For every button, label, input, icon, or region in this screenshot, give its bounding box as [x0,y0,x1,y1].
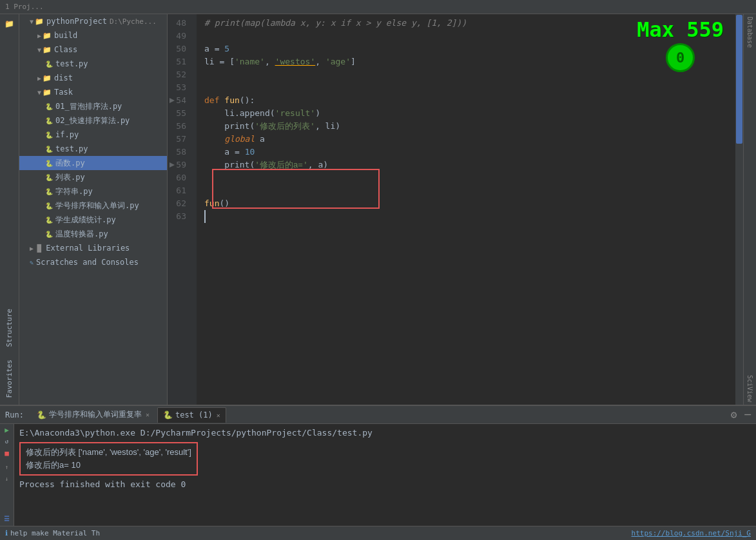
sidebar-item-label: Scratches and Consoles [36,258,139,267]
sidebar-item-02quick[interactable]: 🐍 02_快速排序算法.py [19,113,167,128]
func-name: fun [224,94,239,107]
sidebar-item-sort[interactable]: 🐍 学号排序和输入单词.py [19,198,167,213]
sidebar-item-01bubble[interactable]: 🐍 01_冒泡排序法.py [19,99,167,113]
line-num-50: 50 [168,43,191,55]
arrow-down-icon: ▼ [37,46,41,53]
sidebar-item-label: 学生成绩统计.py [55,215,116,226]
cursor [204,210,211,223]
sidebar-item-label: test.py [55,59,88,68]
line-num-57: 57 [168,133,191,146]
tab-close-icon[interactable]: ✕ [217,412,220,419]
bottom-panel: Run: 🐍 学号排序和输入单词重复率 ✕ 🐍 test (1) ✕ ⚙ ─ ▶… [0,405,756,540]
structure-label[interactable]: Structure [5,309,14,347]
exit-line: Process finished with exit code 0 [19,478,751,491]
editor-scrollbar[interactable] [735,14,743,405]
sidebar-item-external[interactable]: ▶ ▐▌ External Libraries [19,241,167,255]
python-file-icon: 🐍 [45,202,53,209]
sidebar-item-temp[interactable]: 🐍 温度转换器.py [19,227,167,241]
code-line-63 [204,210,735,223]
rerun-button[interactable]: ↺ [1,436,13,447]
sidebar-item-label: build [54,31,77,40]
sidebar-item-build[interactable]: ▶ 📁 build [19,28,167,43]
top-bar: 1 Proj... [0,0,756,14]
sciview-label[interactable]: SciView [746,375,753,405]
scroll-up-button[interactable]: ↑ [1,461,13,473]
line-num-53: 53 [168,81,191,94]
arrow-down-icon: ▼ [30,18,34,25]
folder-icon: 📁 [35,17,44,26]
arrow-right-icon: ▶ [37,32,41,39]
sidebar-item-label: 01_冒泡排序法.py [55,101,122,112]
line-num-52: 52 [168,68,191,81]
sidebar-item-if[interactable]: 🐍 if.py [19,128,167,142]
python-file-icon: 🐍 [45,188,53,195]
sidebar-item-pythonproject[interactable]: ▼ 📁 pythonProject D:\Pyche... [19,14,167,28]
code-line-51: li = ['name', 'westos', 'age'] [204,55,735,68]
sidebar-item-class[interactable]: ▼ 📁 Class [19,43,167,57]
tab-label: test (1) [175,410,213,419]
var-li: li [204,55,219,68]
line-num-62: 62 [168,197,191,210]
folder-icon: 📁 [43,46,52,54]
tab-sort[interactable]: 🐍 学号排序和输入单词重复率 ✕ [32,407,155,423]
code-line-55: li.append('result') [204,107,735,120]
sidebar-item-string[interactable]: 🐍 字符串.py [19,184,167,198]
line-num-51: 51 [168,55,191,68]
line-num-54: 54 [168,94,191,107]
python-file-icon: 🐍 [45,160,53,167]
bookmark-icon: ≡ [4,513,9,526]
info-icon: ℹ [5,529,8,537]
sidebar-item-task-test[interactable]: 🐍 test.py [19,142,167,156]
line-num-58: 58 [168,146,191,159]
scrollbar-thumb[interactable] [736,15,742,144]
sidebar-item-task[interactable]: ▼ 📁 Task [19,85,167,99]
python-file-icon: 🐍 [45,61,53,68]
settings-icon[interactable]: ⚙ [731,409,737,421]
sidebar-item-functions[interactable]: 🐍 函数.py [19,156,167,170]
scratch-icon: ✎ [30,259,34,266]
tab-close-icon[interactable]: ✕ [146,411,150,418]
play-button[interactable]: ▶ [1,424,13,436]
tab-test1[interactable]: 🐍 test (1) ✕ [157,407,226,423]
python-file-icon: 🐍 [45,231,53,238]
exit-text: Process finished with exit code 0 [19,479,186,489]
info-link[interactable]: https://blog.csdn.net/Snji_G [632,529,751,537]
code-line-61 [204,184,735,197]
sidebar-item-label: pythonProject [46,17,107,26]
code-editor[interactable]: # print(map(lambda x, y: x if x > y else… [197,14,735,405]
folder-icon: 📁 [43,88,52,97]
scroll-down-button[interactable]: ↓ [1,473,13,485]
sidebar-item-label: Task [54,88,73,97]
output-container: ▶ ↺ ■ ↑ ↓ ≡ E:\Anaconda3\python.exe D:/P… [0,424,756,526]
sidebar-item-scratches[interactable]: ✎ Scratches and Consoles [19,255,167,269]
run-tabs-bar: Run: 🐍 学号排序和输入单词重复率 ✕ 🐍 test (1) ✕ ⚙ ─ [0,406,756,424]
bottom-controls: ▶ ↺ ■ ↑ ↓ ≡ [0,424,14,526]
keyword-global: global [224,133,260,146]
stop-button[interactable]: ■ [1,447,13,459]
sidebar-item-grades[interactable]: 🐍 学生成绩统计.py [19,213,167,227]
number-10: 10 [245,146,255,159]
line-num-63: 63 [168,210,191,223]
library-icon: ▐▌ [35,244,43,253]
comment-text: # print(map(lambda x, y: x if x > y else… [204,17,467,30]
sidebar-item-list[interactable]: 🐍 列表.py [19,170,167,184]
line-num-61: 61 [168,184,191,197]
project-label: 1 Proj... [5,3,44,11]
project-icon[interactable]: 📁 [3,17,17,31]
database-label[interactable]: Database [746,14,753,48]
python-icon: 🐍 [163,410,173,419]
help-text: help make Material Th [10,529,100,537]
output-highlight-box: 修改后的列表 ['name', 'westos', 'age', 'result… [19,442,198,476]
python-file-icon: 🐍 [45,131,53,139]
arrow-down-icon: ▼ [37,89,41,96]
line-num-49: 49 [168,30,191,43]
sidebar-item-class-test[interactable]: 🐍 test.py [19,57,167,71]
sidebar-item-label: 学号排序和输入单词.py [55,200,139,211]
sidebar-item-dist[interactable]: ▶ 📁 dist [19,71,167,85]
right-sidebar: Database SciView [743,14,756,405]
left-panel-icons: 📁 Structure Favorites [0,14,19,405]
favorites-label[interactable]: Favorites [5,360,14,398]
operator: = [215,43,225,55]
sidebar-item-label: dist [54,73,73,82]
minimize-icon[interactable]: ─ [744,409,751,421]
